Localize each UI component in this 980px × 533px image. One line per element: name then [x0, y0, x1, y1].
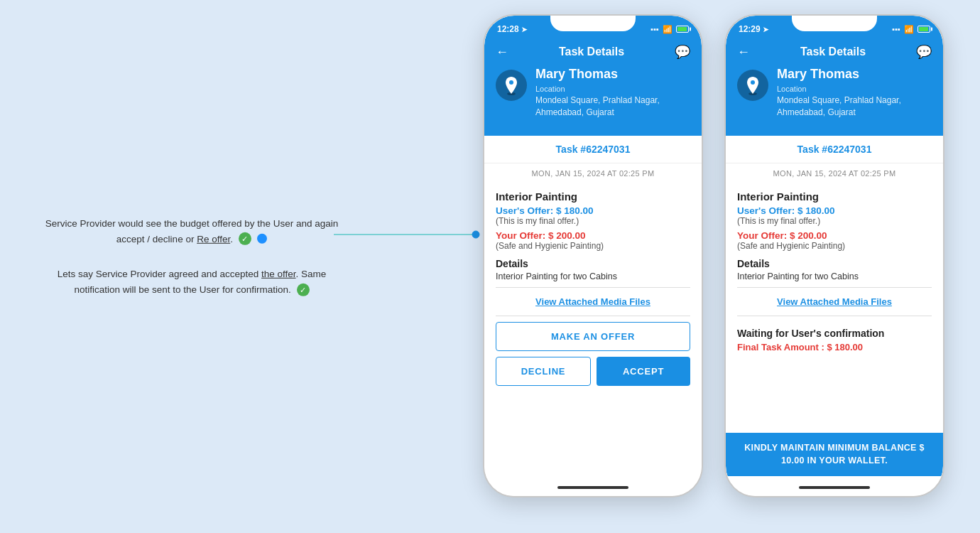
accept-button[interactable]: ACCEPT	[597, 357, 690, 386]
chat-icon[interactable]: 💬	[675, 44, 690, 60]
phone-2-app-header: ← Task Details 💬 Mary Thomas Loca	[726, 38, 943, 136]
divider-3	[737, 287, 932, 288]
back-button-2[interactable]: ←	[737, 45, 750, 60]
view-media-link-2[interactable]: View Attached Media Files	[737, 292, 932, 311]
details-text: Interior Painting for two Cabins	[496, 271, 690, 281]
task-id-bar-2: Task #62247031	[726, 136, 943, 163]
location-pin-icon-2	[744, 75, 761, 95]
task-id-bar: Task #62247031	[484, 136, 702, 163]
pin-icon-wrap	[496, 70, 527, 101]
annotation-block-1: Service Provider would see the budget of…	[21, 216, 362, 247]
decline-button[interactable]: DECLINE	[496, 357, 591, 386]
time-text-2: 12:29	[739, 24, 761, 34]
connector-line	[334, 213, 490, 256]
svg-point-3	[509, 80, 513, 85]
wallet-bar: KINDLY MAINTAIN MINIMUM BALANCE $ 10.00 …	[726, 433, 943, 477]
phone-2-status-icons: ▪▪▪ 📶	[892, 25, 930, 34]
offer-note-2: (This is my final offer.)	[737, 216, 932, 226]
users-offer: User's Offer: $ 180.00	[496, 205, 690, 216]
your-offer-2: Your Offer: $ 200.00	[737, 230, 932, 241]
chat-icon-2[interactable]: 💬	[916, 44, 932, 60]
task-id-2: Task #62247031	[797, 144, 872, 155]
service-title-2: Interior Painting	[737, 190, 932, 203]
task-date: MON, JAN 15, 2024 AT 02:25 PM	[484, 163, 702, 183]
location-label: Location	[535, 85, 690, 93]
location-arrow-icon-2: ➤	[763, 26, 768, 33]
annotation-text-2: Lets say Service Provider agreed and acc…	[58, 269, 327, 295]
phone-1: 12:28 ➤ ▪▪▪ 📶 ← Task Details 💬	[483, 14, 703, 497]
annotation-block-2: Lets say Service Provider agreed and acc…	[21, 266, 362, 297]
user-name: Mary Thomas	[535, 67, 690, 82]
phones-container: 12:28 ➤ ▪▪▪ 📶 ← Task Details 💬	[483, 14, 944, 497]
details-label: Details	[496, 258, 690, 269]
task-content: Interior Painting User's Offer: $ 180.00…	[484, 183, 702, 393]
time-text: 12:28	[497, 24, 519, 34]
users-offer-2: User's Offer: $ 180.00	[737, 205, 932, 216]
wifi-icon: ▪▪▪	[650, 25, 659, 33]
divider-1	[496, 287, 690, 288]
phone-2-header-nav: ← Task Details 💬	[737, 44, 932, 60]
location-label-2: Location	[777, 85, 932, 93]
wallet-text: KINDLY MAINTAIN MINIMUM BALANCE $ 10.00 …	[737, 441, 932, 468]
make-offer-button[interactable]: MAKE AN OFFER	[496, 322, 690, 351]
user-details-2: Mary Thomas Location Mondeal Square, Pra…	[777, 67, 932, 119]
phone-2-time: 12:29 ➤	[739, 24, 768, 34]
user-name-2: Mary Thomas	[777, 67, 932, 82]
phone-2-notch	[792, 16, 877, 31]
header-title-2: Task Details	[800, 45, 866, 58]
divider-4	[737, 316, 932, 316]
offer-desc-2: (Safe and Hygienic Painting)	[737, 241, 932, 251]
location-arrow-icon: ➤	[521, 26, 527, 33]
signal-icon: 📶	[663, 25, 673, 34]
signal-icon-2: 📶	[904, 25, 914, 34]
user-address: Mondeal Square, Prahlad Nagar, Ahmedabad…	[535, 95, 690, 119]
service-title: Interior Painting	[496, 190, 690, 203]
phone-1-task-body: Task #62247031 MON, JAN 15, 2024 AT 02:2…	[484, 136, 702, 496]
user-details: Mary Thomas Location Mondeal Square, Pra…	[535, 67, 690, 119]
task-id: Task #62247031	[556, 144, 631, 155]
svg-point-5	[751, 80, 755, 85]
battery-fill-2	[919, 27, 928, 31]
view-media-link[interactable]: View Attached Media Files	[496, 292, 690, 311]
final-amount: Final Task Amount : $ 180.00	[737, 342, 932, 352]
battery-icon	[676, 26, 689, 33]
annotation-area: Service Provider would see the budget of…	[21, 216, 362, 317]
offer-desc: (Safe and Hygienic Painting)	[496, 241, 690, 251]
header-title: Task Details	[559, 45, 624, 58]
dot-icon-1	[257, 234, 267, 244]
highlight-offer: the offer	[261, 269, 296, 279]
waiting-section: Waiting for User's confirmation Final Ta…	[737, 321, 932, 360]
wifi-icon-2: ▪▪▪	[892, 25, 900, 33]
location-pin-icon	[503, 75, 520, 95]
phone-1-header-nav: ← Task Details 💬	[496, 44, 690, 60]
action-buttons-row: DECLINE ACCEPT	[496, 357, 690, 386]
phone-1-app-header: ← Task Details 💬 Mary Thomas Loca	[484, 38, 702, 136]
user-info-2: Mary Thomas Location Mondeal Square, Pra…	[737, 67, 932, 126]
waiting-title: Waiting for User's confirmation	[737, 328, 932, 339]
check-icon-1: ✓	[239, 232, 251, 245]
home-indicator-2	[799, 486, 870, 489]
phone-1-screen: 12:28 ➤ ▪▪▪ 📶 ← Task Details 💬	[484, 16, 702, 496]
divider-2	[496, 316, 690, 316]
pin-icon-wrap-2	[737, 70, 768, 101]
phone-2: 12:29 ➤ ▪▪▪ 📶 ← Task Details 💬	[724, 14, 944, 497]
details-text-2: Interior Painting for two Cabins	[737, 271, 932, 281]
phone-1-notch	[550, 16, 636, 31]
user-address-2: Mondeal Square, Prahlad Nagar, Ahmedabad…	[777, 95, 932, 119]
svg-point-1	[472, 231, 479, 238]
check-icon-2: ✓	[297, 283, 310, 296]
phone-1-status-icons: ▪▪▪ 📶	[650, 25, 689, 34]
task-date-2: MON, JAN 15, 2024 AT 02:25 PM	[726, 163, 943, 183]
user-info: Mary Thomas Location Mondeal Square, Pra…	[496, 67, 690, 126]
battery-fill	[677, 27, 687, 31]
your-offer: Your Offer: $ 200.00	[496, 230, 690, 241]
back-button[interactable]: ←	[496, 45, 508, 60]
battery-icon-2	[918, 26, 930, 33]
highlight-reoffer: Re offer	[197, 233, 230, 244]
phone-2-screen: 12:29 ➤ ▪▪▪ 📶 ← Task Details 💬	[726, 16, 943, 496]
phone-1-time: 12:28 ➤	[497, 24, 527, 34]
task-content-2: Interior Painting User's Offer: $ 180.00…	[726, 183, 943, 367]
phone-2-task-body: Task #62247031 MON, JAN 15, 2024 AT 02:2…	[726, 136, 943, 496]
home-indicator-1	[557, 486, 628, 489]
details-label-2: Details	[737, 258, 932, 269]
